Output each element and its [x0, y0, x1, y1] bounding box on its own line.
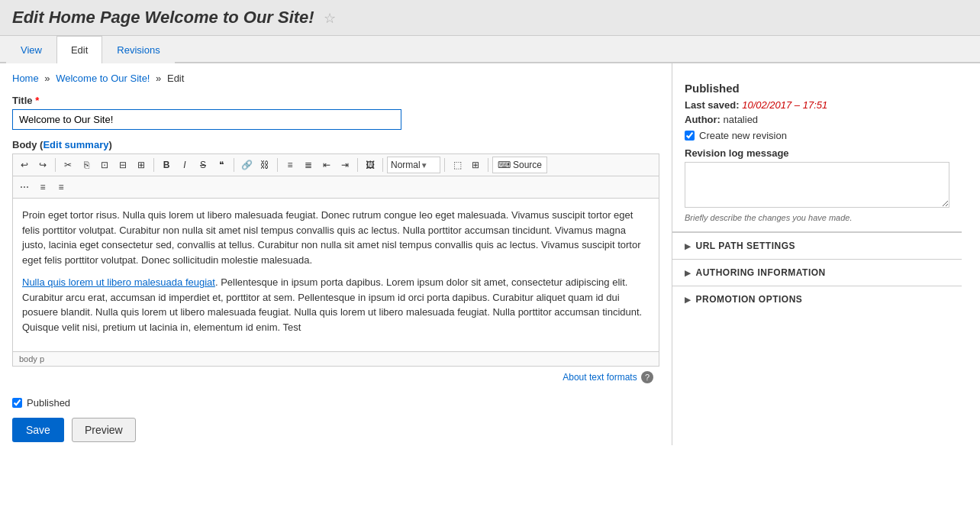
- main-layout: Home » Welcome to Our Site! » Edit Title…: [0, 63, 980, 451]
- redo-button[interactable]: ↪: [34, 157, 51, 173]
- toolbar-separator-1: [55, 158, 56, 172]
- title-main: Welcome to Our Site!: [145, 8, 314, 27]
- page-header: Edit Home Page Welcome to Our Site! ☆: [0, 0, 980, 36]
- sidebar-published-title: Published: [685, 82, 949, 95]
- promotion-arrow-icon: ▶: [685, 296, 691, 304]
- indent-inc-button[interactable]: ⇥: [337, 157, 353, 173]
- published-row: Published: [12, 397, 659, 409]
- breadcrumb-home[interactable]: Home: [12, 73, 39, 84]
- tab-bar: View Edit Revisions: [0, 36, 980, 63]
- favorite-star-icon[interactable]: ☆: [324, 11, 336, 26]
- toolbar-row-1: ↩ ↪ ✂ ⎘ ⊡ ⊟ ⊞ B I S ❝ 🔗 ⛓ ≡ ≣ ⇤ ⇥: [13, 154, 659, 176]
- toolbar-separator-8: [488, 158, 488, 172]
- bullet-list-button[interactable]: ≡: [282, 157, 298, 173]
- paste-button[interactable]: ⊡: [96, 157, 113, 173]
- about-text-formats-link[interactable]: About text formats: [563, 372, 637, 383]
- sidebar-last-saved: Last saved: 10/02/2017 – 17:51: [685, 99, 949, 111]
- toolbar-separator-3: [234, 158, 234, 172]
- editor-body[interactable]: Proin eget tortor risus. Nulla quis lore…: [13, 199, 659, 351]
- source-label: Source: [513, 160, 542, 170]
- toolbar-separator-5: [357, 158, 358, 172]
- action-buttons: Save Preview: [12, 418, 659, 442]
- revision-log-label: Revision log message: [685, 147, 949, 159]
- unlink-button[interactable]: ⛓: [256, 157, 273, 173]
- breadcrumb-page[interactable]: Welcome to Our Site!: [56, 73, 150, 84]
- title-label: Title *: [12, 95, 659, 106]
- breadcrumb: Home » Welcome to Our Site! » Edit: [12, 73, 659, 84]
- editor-container: ↩ ↪ ✂ ⎘ ⊡ ⊟ ⊞ B I S ❝ 🔗 ⛓ ≡ ≣ ⇤ ⇥: [12, 153, 659, 367]
- authoring-arrow-icon: ▶: [685, 269, 691, 277]
- toolbar-separator-7: [444, 158, 445, 172]
- published-checkbox[interactable]: [12, 398, 22, 408]
- cut-button[interactable]: ✂: [60, 157, 76, 173]
- sidebar-published-box: Published Last saved: 10/02/2017 – 17:51…: [672, 73, 962, 232]
- url-path-section[interactable]: ▶ URL PATH SETTINGS: [672, 232, 962, 259]
- create-revision-row: Create new revision: [685, 130, 949, 141]
- format-select[interactable]: Normal ▼: [387, 157, 440, 173]
- page-title: Edit Home Page Welcome to Our Site!: [12, 8, 319, 27]
- create-revision-label: Create new revision: [699, 130, 787, 141]
- url-path-arrow-icon: ▶: [685, 242, 691, 250]
- paste-word-button[interactable]: ⊞: [133, 157, 150, 173]
- align-right-button[interactable]: ≡: [53, 179, 69, 195]
- preview-button[interactable]: Preview: [72, 418, 136, 442]
- editor-status-bar: body p: [13, 351, 659, 366]
- url-path-label: URL PATH SETTINGS: [696, 241, 796, 251]
- format-select-arrow: ▼: [421, 161, 437, 170]
- editor-paragraph-1: Proin eget tortor risus. Nulla quis lore…: [22, 208, 650, 267]
- published-label: Published: [27, 397, 70, 409]
- revision-log-hint: Briefly describe the changes you have ma…: [685, 213, 949, 222]
- image-button[interactable]: 🖼: [362, 157, 379, 173]
- format-select-label: Normal: [391, 160, 421, 170]
- body-label: Body (Edit summary): [12, 139, 659, 150]
- indent-dec-button[interactable]: ⇤: [318, 157, 335, 173]
- toolbar-separator-4: [277, 158, 278, 172]
- breadcrumb-current: Edit: [167, 73, 184, 84]
- sidebar-author: Author: natalied: [685, 114, 949, 125]
- url-path-header[interactable]: ▶ URL PATH SETTINGS: [672, 233, 962, 259]
- align-left-button[interactable]: ⬚: [449, 157, 466, 173]
- editor-link[interactable]: Nulla quis lorem ut libero malesuada feu…: [22, 276, 215, 288]
- promotion-section[interactable]: ▶ PROMOTION OPTIONS: [672, 286, 962, 312]
- bold-button[interactable]: B: [158, 157, 175, 173]
- sidebar: Published Last saved: 10/02/2017 – 17:51…: [672, 63, 962, 445]
- toolbar-separator-6: [382, 158, 383, 172]
- save-button[interactable]: Save: [12, 418, 64, 442]
- toolbar-row-2: ⋯ ≡ ≡: [13, 176, 659, 199]
- required-indicator: *: [35, 95, 39, 106]
- edit-summary-link[interactable]: Edit summary: [43, 139, 108, 150]
- undo-button[interactable]: ↩: [16, 157, 33, 173]
- promotion-header[interactable]: ▶ PROMOTION OPTIONS: [672, 286, 962, 312]
- authoring-section[interactable]: ▶ AUTHORING INFORMATION: [672, 259, 962, 286]
- tab-view[interactable]: View: [6, 36, 56, 63]
- tab-revisions[interactable]: Revisions: [102, 36, 174, 63]
- title-input[interactable]: [12, 109, 401, 130]
- table-button[interactable]: ⊞: [467, 157, 484, 173]
- copy-button[interactable]: ⎘: [78, 157, 95, 173]
- toolbar-separator-2: [153, 158, 154, 172]
- align-center-button[interactable]: ≡: [34, 179, 51, 195]
- editor-paragraph-2: Nulla quis lorem ut libero malesuada feu…: [22, 275, 650, 334]
- link-button[interactable]: 🔗: [238, 157, 255, 173]
- authoring-header[interactable]: ▶ AUTHORING INFORMATION: [672, 260, 962, 286]
- title-prefix: Edit Home Page: [12, 8, 140, 27]
- create-revision-checkbox[interactable]: [685, 131, 695, 141]
- italic-button[interactable]: I: [176, 157, 193, 173]
- strikethrough-button[interactable]: S: [195, 157, 211, 173]
- source-button[interactable]: ⌨ Source: [492, 157, 547, 173]
- text-format-row: About text formats ?: [12, 367, 659, 388]
- paste-text-button[interactable]: ⊟: [114, 157, 131, 173]
- numbered-list-button[interactable]: ≣: [300, 157, 317, 173]
- align-left-button-2[interactable]: ⋯: [16, 179, 33, 195]
- help-icon[interactable]: ?: [641, 371, 653, 383]
- source-icon: ⌨: [498, 160, 511, 170]
- content-area: Home » Welcome to Our Site! » Edit Title…: [0, 63, 672, 451]
- blockquote-button[interactable]: ❝: [213, 157, 230, 173]
- revision-log-textarea[interactable]: [685, 162, 949, 208]
- promotion-label: PROMOTION OPTIONS: [696, 294, 803, 305]
- authoring-label: AUTHORING INFORMATION: [696, 267, 826, 278]
- tab-edit[interactable]: Edit: [56, 36, 102, 63]
